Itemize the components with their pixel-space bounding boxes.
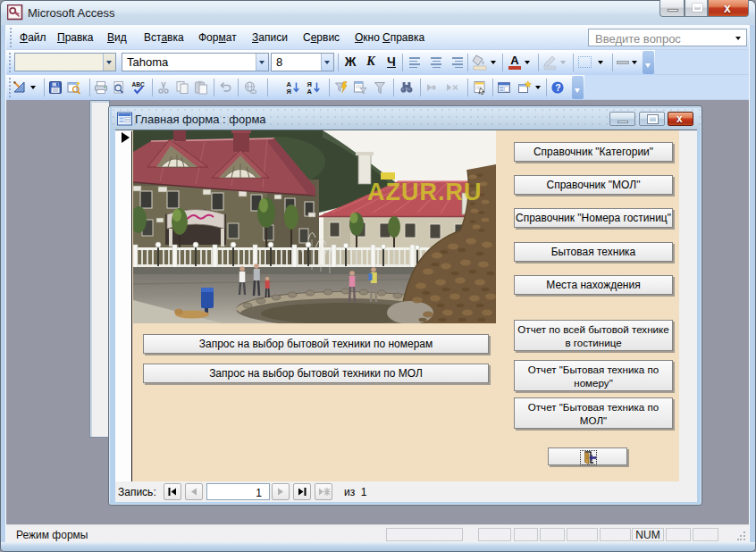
svg-text:AZUR.RU: AZUR.RU	[367, 179, 483, 205]
svg-text:?: ?	[555, 82, 560, 93]
svg-text:ABC: ABC	[132, 81, 145, 88]
svg-text:Я: Я	[287, 88, 291, 95]
svg-text:А: А	[307, 88, 313, 95]
